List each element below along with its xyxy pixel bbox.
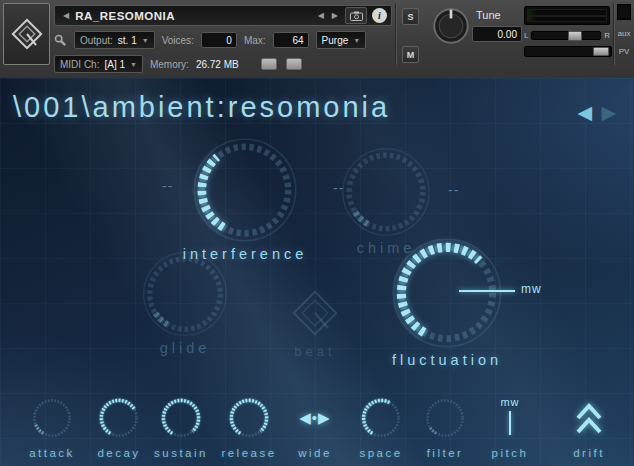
filter-knob-icon [423, 396, 467, 440]
meter-right [527, 16, 607, 23]
output-label: Output: [80, 35, 113, 46]
instrument-panel: \001\ambient:resomonia ◀ ▶ -- -- -- inte… [0, 78, 634, 466]
ra-diamond-logo-icon [10, 12, 44, 56]
voices-label: Voices: [162, 35, 194, 46]
snapshot-camera-button[interactable] [345, 7, 367, 24]
header-row-midi: MIDI Ch: [A] 1 ▼ Memory: 26.72 MB [54, 55, 302, 73]
tune-knob-icon [432, 7, 470, 45]
min-marker: -- [162, 178, 173, 194]
memory-value: 26.72 MB [196, 59, 239, 70]
next-instrument-arrow-icon[interactable]: ▶ [328, 11, 342, 20]
tune-knob[interactable] [432, 7, 470, 45]
voices-value: 0 [201, 32, 237, 48]
fluctuation-label: fluctuation [392, 352, 502, 368]
release-label: release [221, 447, 276, 459]
output-dropdown[interactable]: Output: st. 1 ▼ [74, 31, 155, 49]
minimize-view-button[interactable] [261, 58, 277, 70]
fluctuation-knob[interactable]: fluctuation [385, 236, 509, 368]
kontakt-instrument-window: ◀ RA_RESOMONIA ◀ ▶ i Output: st. 1 [0, 0, 634, 466]
solo-button[interactable]: S [402, 8, 419, 25]
chevron-down-icon: ▼ [130, 61, 137, 68]
instrument-title-bar[interactable]: ◀ RA_RESOMONIA ◀ ▶ i [54, 5, 392, 26]
midi-channel-dropdown[interactable]: MIDI Ch: [A] 1 ▼ [54, 55, 143, 73]
pitch-line-icon [509, 411, 511, 435]
instrument-logo [3, 3, 50, 65]
mod-wheel-label[interactable]: mw [521, 282, 542, 296]
instrument-title: RA_RESOMONIA [73, 10, 175, 22]
glide-knob-icon [141, 250, 229, 338]
pv-label[interactable]: PV [615, 47, 633, 56]
width-slider[interactable] [524, 46, 612, 57]
divider [395, 3, 396, 65]
max-label: Max: [244, 35, 266, 46]
sustain-knob-icon [159, 396, 203, 440]
aux-label[interactable]: aux [615, 29, 633, 38]
patch-navigation: ◀ ▶ [577, 101, 618, 124]
wide-arrows-icon: ◀•▶ [299, 396, 330, 440]
memory-label: Memory: [150, 59, 189, 70]
space-label: space [359, 447, 402, 459]
tune-value[interactable]: 0.00 [472, 26, 522, 42]
beat-label: beat [294, 344, 335, 359]
camera-icon [350, 11, 363, 21]
header-edge-column: aux PV [615, 4, 633, 65]
chevron-down-icon: ▼ [142, 37, 149, 44]
space-knob-icon [359, 396, 403, 440]
midi-label: MIDI Ch: [60, 59, 99, 70]
sustain-control[interactable]: sustain [145, 396, 217, 459]
beat-diamond-icon [286, 284, 344, 342]
pitch-label: pitch [492, 447, 529, 459]
decay-knob-icon [97, 396, 141, 440]
prev-instrument-arrow-icon[interactable]: ◀ [314, 11, 328, 20]
purge-dropdown[interactable]: Purge ▼ [316, 31, 367, 49]
attack-control[interactable]: attack [16, 396, 88, 459]
collapse-arrow-icon[interactable]: ◀ [59, 11, 73, 20]
release-knob-icon [227, 396, 271, 440]
maximize-view-button[interactable] [286, 58, 302, 70]
pan-control[interactable]: L R [524, 29, 610, 41]
attack-knob-icon [30, 396, 74, 440]
pitch-indicator: mw [500, 396, 519, 440]
sustain-label: sustain [154, 447, 208, 459]
patch-prev-arrow[interactable]: ◀ [577, 102, 594, 123]
header-row-output: Output: st. 1 ▼ Voices: 0 Max: 64 Purge … [54, 31, 366, 49]
space-control[interactable]: space [345, 396, 417, 459]
width-handle[interactable] [593, 47, 609, 56]
pitch-mw-label: mw [500, 396, 519, 408]
wide-label: wide [298, 447, 332, 459]
info-button[interactable]: i [372, 8, 387, 23]
aux-meter [617, 4, 631, 20]
chevron-down-icon: ▼ [353, 37, 360, 44]
chime-knob-icon [340, 146, 432, 238]
glide-knob[interactable]: glide [132, 250, 238, 356]
pan-handle[interactable] [568, 31, 582, 41]
output-value: st. 1 [118, 35, 137, 46]
purge-label: Purge [322, 35, 349, 46]
max-value: 64 [273, 32, 309, 48]
filter-control[interactable]: filter [409, 396, 481, 459]
mod-wheel-line [459, 290, 515, 292]
kontakt-header: ◀ RA_RESOMONIA ◀ ▶ i Output: st. 1 [0, 0, 634, 79]
mute-button[interactable]: M [402, 46, 419, 63]
pan-right-label: R [604, 31, 610, 40]
pan-slider[interactable] [531, 31, 601, 40]
attack-label: attack [29, 447, 75, 459]
fluctuation-knob-icon [390, 236, 504, 350]
wide-control[interactable]: ◀•▶ wide [279, 396, 351, 459]
patch-next-arrow[interactable]: ▶ [601, 102, 618, 123]
interference-knob-icon [191, 136, 299, 244]
pan-left-label: L [524, 31, 528, 40]
patch-title: \001\ambient:resomonia [13, 91, 390, 124]
beat-control[interactable]: beat [282, 284, 348, 359]
divider [613, 3, 614, 65]
glide-label: glide [160, 340, 211, 356]
drift-label: drift [573, 447, 605, 459]
interference-knob[interactable]: interference [183, 136, 307, 262]
drift-control[interactable]: drift [553, 396, 625, 459]
release-control[interactable]: release [213, 396, 285, 459]
filter-label: filter [427, 447, 464, 459]
pitch-control[interactable]: mw pitch [474, 396, 546, 459]
wrench-edit-icon[interactable] [54, 34, 67, 47]
chime-marker: -- [448, 182, 459, 198]
tune-label: Tune [476, 9, 501, 21]
